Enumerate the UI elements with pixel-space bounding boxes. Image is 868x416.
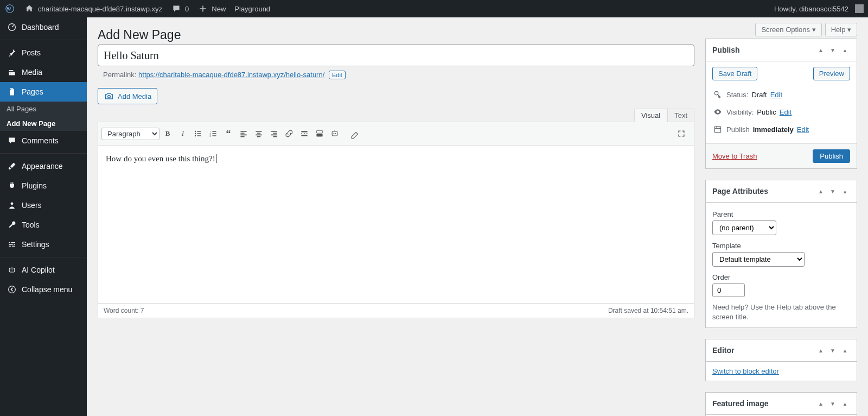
visibility-value: Public xyxy=(757,108,776,116)
chevron-up-icon[interactable]: ▲ xyxy=(815,186,826,197)
svg-rect-20 xyxy=(714,127,720,132)
permalink-row: Permalink: https://charitable-macaque-df… xyxy=(98,66,694,84)
schedule-edit-link[interactable]: Edit xyxy=(797,125,809,134)
visibility-edit-link[interactable]: Edit xyxy=(780,108,792,116)
fullscreen-button[interactable] xyxy=(674,127,688,141)
permalink-label: Permalink: xyxy=(103,71,136,79)
add-media-button[interactable]: Add Media xyxy=(98,88,157,104)
edit-icon-button[interactable] xyxy=(347,129,361,143)
svg-point-17 xyxy=(333,133,334,134)
caret-up-icon[interactable]: ▴ xyxy=(839,398,850,409)
sidebar-item-appearance[interactable]: Appearance xyxy=(0,156,87,176)
tab-visual[interactable]: Visual xyxy=(634,109,667,122)
sidebar-item-collapse[interactable]: Collapse menu xyxy=(0,280,87,299)
sidebar-item-settings[interactable]: Settings xyxy=(0,235,87,254)
pages-icon xyxy=(7,86,17,97)
schedule-label: Publish xyxy=(726,125,750,134)
help-button[interactable]: Help ▾ xyxy=(825,23,857,36)
read-more-button[interactable] xyxy=(297,127,311,141)
blockquote-button[interactable]: “ xyxy=(221,127,235,141)
publish-button[interactable]: Publish xyxy=(813,149,850,163)
svg-point-2 xyxy=(11,202,14,205)
sidebar-item-tools[interactable]: Tools xyxy=(0,215,87,235)
editor-metabox: Editor ▲ ▼ ▴ Switch to block editor xyxy=(705,339,857,381)
sliders-icon xyxy=(7,239,17,250)
sidebar-item-plugins[interactable]: Plugins xyxy=(0,176,87,196)
order-input[interactable] xyxy=(712,283,745,297)
sidebar-subitem-add-new[interactable]: Add New Page xyxy=(0,116,87,131)
post-title-input[interactable] xyxy=(98,45,694,66)
ai-button[interactable] xyxy=(328,127,342,141)
editor-content[interactable]: How do you even use this thing?! xyxy=(98,146,694,303)
align-center-button[interactable] xyxy=(252,127,266,141)
playground-link[interactable]: Playground xyxy=(230,0,275,17)
comments-link[interactable]: 0 xyxy=(167,0,193,17)
add-media-label: Add Media xyxy=(118,92,151,100)
sidebar-item-dashboard[interactable]: Dashboard xyxy=(0,17,87,37)
align-left-button[interactable] xyxy=(237,127,251,141)
sidebar-item-media[interactable]: Media xyxy=(0,62,87,82)
status-value: Draft xyxy=(751,91,767,99)
sidebar-item-comments[interactable]: Comments xyxy=(0,131,87,150)
my-account[interactable]: Howdy, dibanosoci5542 xyxy=(770,0,868,17)
howdy-text: Howdy, dibanosoci5542 xyxy=(774,5,848,13)
attributes-heading: Page Attributes xyxy=(712,187,768,196)
chevron-down-icon[interactable]: ▼ xyxy=(827,186,838,197)
order-label: Order xyxy=(712,273,850,281)
site-name-link[interactable]: charitable-macaque-dfde87.instawp.xyz xyxy=(20,0,167,17)
sidebar-item-pages[interactable]: Pages xyxy=(0,82,87,102)
editor-toolbar: Paragraph B I 123 “ xyxy=(98,122,694,146)
switch-editor-link[interactable]: Switch to block editor xyxy=(712,367,779,375)
user-icon xyxy=(7,200,17,211)
admin-toolbar: charitable-macaque-dfde87.instawp.xyz 0 … xyxy=(0,0,868,17)
chevron-down-icon[interactable]: ▼ xyxy=(827,45,838,55)
publish-heading: Publish xyxy=(712,46,740,54)
align-right-button[interactable] xyxy=(267,127,281,141)
format-select[interactable]: Paragraph xyxy=(101,128,159,140)
sidebar-item-users[interactable]: Users xyxy=(0,196,87,215)
caret-up-icon[interactable]: ▴ xyxy=(839,45,850,55)
chevron-down-icon[interactable]: ▼ xyxy=(827,345,838,356)
attributes-help-text: Need help? Use the Help tab above the sc… xyxy=(712,302,850,322)
bold-button[interactable]: B xyxy=(161,127,175,141)
numbered-list-button[interactable]: 123 xyxy=(206,127,220,141)
wp-logo[interactable] xyxy=(0,0,20,17)
site-name-text: charitable-macaque-dfde87.instawp.xyz xyxy=(38,5,162,13)
sidebar-item-label: Appearance xyxy=(22,162,63,171)
sidebar-item-label: Settings xyxy=(22,240,49,249)
collapse-icon xyxy=(7,284,17,295)
status-edit-link[interactable]: Edit xyxy=(770,91,782,99)
comment-icon xyxy=(7,135,17,146)
save-draft-button[interactable]: Save Draft xyxy=(712,67,757,80)
italic-button[interactable]: I xyxy=(176,127,190,141)
new-link[interactable]: New xyxy=(193,0,230,17)
camera-icon xyxy=(104,91,114,102)
caret-up-icon[interactable]: ▴ xyxy=(839,345,850,356)
template-select[interactable]: Default template xyxy=(712,252,805,267)
permalink-edit-button[interactable]: Edit xyxy=(329,71,346,79)
sidebar-item-ai-copilot[interactable]: AI Copilot xyxy=(0,260,87,280)
parent-select[interactable]: (no parent) xyxy=(712,220,776,235)
permalink-link[interactable]: https://charitable-macaque-dfde87.instaw… xyxy=(138,71,324,79)
robot-icon xyxy=(7,264,17,275)
tab-text[interactable]: Text xyxy=(667,109,694,122)
pin-icon xyxy=(7,47,17,58)
chevron-up-icon[interactable]: ▲ xyxy=(815,345,826,356)
svg-point-4 xyxy=(11,269,12,270)
chevron-up-icon[interactable]: ▲ xyxy=(815,398,826,409)
media-icon xyxy=(7,67,17,78)
calendar-icon xyxy=(712,124,723,135)
home-icon xyxy=(24,3,35,14)
bulleted-list-button[interactable] xyxy=(191,127,205,141)
chevron-up-icon[interactable]: ▲ xyxy=(815,45,826,55)
caret-up-icon[interactable]: ▴ xyxy=(839,186,850,197)
screen-options-button[interactable]: Screen Options ▾ xyxy=(755,23,821,36)
sidebar-item-label: Comments xyxy=(22,136,59,145)
toolbar-toggle-button[interactable] xyxy=(312,127,327,141)
move-to-trash-link[interactable]: Move to Trash xyxy=(712,152,757,160)
sidebar-item-posts[interactable]: Posts xyxy=(0,43,87,62)
preview-button[interactable]: Preview xyxy=(813,67,850,80)
chevron-down-icon[interactable]: ▼ xyxy=(827,398,838,409)
sidebar-subitem-all-pages[interactable]: All Pages xyxy=(0,102,87,116)
link-button[interactable] xyxy=(282,127,296,141)
